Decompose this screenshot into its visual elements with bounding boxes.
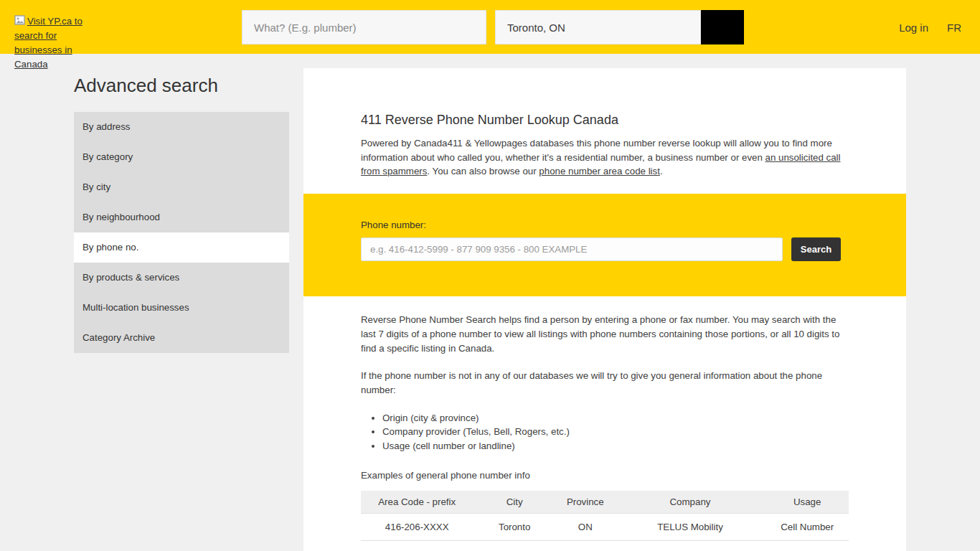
sidebar-item-by-neighbourhood[interactable]: By neighbourhood [74,202,289,232]
intro-text-mid: . You can also browse our [427,166,539,176]
sidebar-item-by-city[interactable]: By city [74,172,289,202]
phone-lookup-box: Phone number: Search [303,194,906,296]
sidebar-item-by-address[interactable]: By address [74,112,289,142]
header-search-button[interactable] [701,10,744,44]
column-header: Area Code - prefix [361,491,473,513]
table-cell: Toronto [473,513,556,540]
table-cell: 416-206-XXXX [361,513,473,540]
table-cell: TELUS Mobility [615,513,766,540]
list-item: Company provider (Telus, Bell, Rogers, e… [382,425,849,439]
top-header [0,0,980,54]
column-header: Usage [765,491,849,513]
description-paragraph-1: Reverse Phone Number Search helps find a… [361,313,849,355]
list-item: Origin (city & province) [382,411,849,425]
sidebar-item-category-archive[interactable]: Category Archive [74,323,289,353]
what-search-input[interactable] [242,10,486,44]
column-header: City [473,491,556,513]
table-cell: ON [556,513,615,540]
phone-number-label: Phone number: [361,220,849,230]
language-toggle-fr[interactable]: FR [947,22,961,34]
intro-paragraph: Powered by Canada411 & Yellowpages datab… [361,136,849,179]
where-search-input[interactable] [495,10,701,44]
sidebar-item-multi-location-businesses[interactable]: Multi-location businesses [74,293,289,323]
description-paragraph-2: If the phone number is not in any of our… [361,369,849,397]
sidebar-item-by-products-services[interactable]: By products & services [74,263,289,293]
sidebar-menu: By addressBy categoryBy cityBy neighbour… [74,112,289,353]
broken-image-icon [14,15,26,27]
phone-search-button[interactable]: Search [791,237,841,261]
sidebar-item-by-phone-no-[interactable]: By phone no. [74,232,289,263]
list-item: Usage (cell number or landline) [382,439,849,453]
column-header: Province [556,491,615,513]
info-list: Origin (city & province)Company provider… [361,411,849,453]
sidebar-item-by-category[interactable]: By category [74,142,289,172]
table-body: 416-206-XXXXTorontoONTELUS MobilityCell … [361,513,849,540]
login-link[interactable]: Log in [899,22,928,34]
table-cell: Cell Number [765,513,849,540]
header-links: Log in FR [899,22,961,34]
advanced-search-title: Advanced search [74,75,218,97]
table-header-row: Area Code - prefixCityProvinceCompanyUsa… [361,491,849,513]
examples-label: Examples of general phone number info [361,468,849,483]
phone-number-input[interactable] [361,237,783,261]
main-panel: 411 Reverse Phone Number Lookup Canada P… [303,68,906,551]
intro-text-after: . [660,166,663,176]
intro-text-before: Powered by Canada411 & Yellowpages datab… [361,138,832,163]
phone-input-row: Search [361,237,849,261]
page: Visit YP.ca to search for businesses in … [0,0,980,551]
table-row: 416-206-XXXXTorontoONTELUS MobilityCell … [361,513,849,540]
column-header: Company [615,491,766,513]
page-title: 411 Reverse Phone Number Lookup Canada [361,68,849,128]
area-code-list-link[interactable]: phone number area code list [539,166,660,176]
main-content: 411 Reverse Phone Number Lookup Canada P… [303,68,906,541]
phone-info-table: Area Code - prefixCityProvinceCompanyUsa… [361,491,849,541]
yp-logo-link[interactable]: Visit YP.ca to search for businesses in … [14,14,98,72]
